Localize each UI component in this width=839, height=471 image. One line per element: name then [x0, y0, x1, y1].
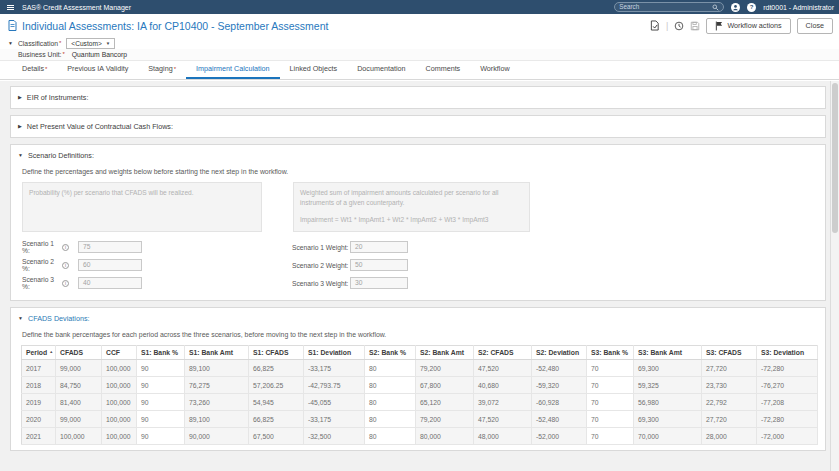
- bank-pct-cell[interactable]: 70: [587, 411, 634, 428]
- app-window: SAS® Credit Assessment Manager Search ? …: [0, 0, 839, 471]
- table-cell: 66,825: [249, 360, 304, 377]
- table-cell: 23,730: [702, 377, 757, 394]
- tab-impairment-calculation[interactable]: Impairment Calculation: [186, 61, 280, 79]
- tab-workflow[interactable]: Workflow: [470, 61, 519, 79]
- column-header-s3-bank-[interactable]: S3: Bank %: [587, 346, 634, 360]
- column-header-s1-bank-amt[interactable]: S1: Bank Amt: [185, 346, 249, 360]
- section-npv-header[interactable]: ▶ Net Present Value of Contractual Cash …: [18, 121, 817, 132]
- column-header-s2-deviation[interactable]: S2: Deviation: [532, 346, 587, 360]
- column-header-label: S2: Bank %: [369, 349, 406, 356]
- column-header-s1-bank-[interactable]: S1: Bank %: [137, 346, 185, 360]
- table-cell: 69,300: [634, 411, 702, 428]
- bank-pct-cell[interactable]: 90: [137, 411, 185, 428]
- close-button[interactable]: Close: [797, 18, 833, 34]
- table-cell: 67,800: [416, 377, 474, 394]
- bank-pct-cell[interactable]: 90: [137, 360, 185, 377]
- column-header-cfads[interactable]: CFADS: [56, 346, 102, 360]
- bank-pct-cell[interactable]: 80: [365, 428, 416, 445]
- help-icon[interactable]: ?: [747, 3, 756, 12]
- scenario-row-1: Scenario 1 %:i75Scenario 1 Weight:20: [22, 241, 817, 253]
- column-header-s3-deviation[interactable]: S3: Deviation: [757, 346, 818, 360]
- column-header-label: S3: Bank %: [591, 349, 628, 356]
- section-scenario-header[interactable]: ▼ Scenario Definitions:: [18, 150, 817, 161]
- table-cell: -72,280: [757, 411, 818, 428]
- bank-pct-cell[interactable]: 70: [587, 394, 634, 411]
- column-header-s3-bank-amt[interactable]: S3: Bank Amt: [634, 346, 702, 360]
- search-placeholder: Search: [619, 2, 712, 12]
- scenario-pct-input[interactable]: 75: [78, 241, 142, 253]
- column-header-s1-cfads[interactable]: S1: CFADS: [249, 346, 304, 360]
- app-brand: SAS® Credit Assessment Manager: [22, 4, 131, 11]
- scenario-pct-input[interactable]: 40: [78, 277, 142, 289]
- classification-dropdown[interactable]: <Custom> ▼: [66, 38, 115, 49]
- tab-comments[interactable]: Comments: [415, 61, 470, 79]
- column-header-ccf[interactable]: CCF: [102, 346, 137, 360]
- column-header-label: S2: CFADS: [478, 349, 514, 356]
- business-unit-row: Business Unit:* Quantum Bancorp: [0, 49, 839, 61]
- info-icon[interactable]: i: [62, 280, 69, 287]
- column-header-period[interactable]: Period▲: [22, 346, 56, 360]
- column-header-label: Period: [26, 349, 47, 356]
- bank-pct-cell[interactable]: 70: [587, 377, 634, 394]
- save-icon[interactable]: [690, 21, 700, 31]
- column-header-label: S1: Bank Amt: [189, 349, 233, 356]
- bank-pct-cell[interactable]: 70: [587, 360, 634, 377]
- scenario-pct-label: Scenario 2 %:: [22, 258, 62, 272]
- section-cfads-header[interactable]: ▼ CFADS Deviations:: [18, 313, 817, 324]
- content-area: ▶ EIR of Instruments: ▶ Net Present Valu…: [0, 81, 830, 471]
- column-header-s2-bank-amt[interactable]: S2: Bank Amt: [416, 346, 474, 360]
- scenario-weight-input[interactable]: 50: [350, 259, 408, 271]
- scrollbar-thumb[interactable]: [832, 83, 838, 233]
- bank-pct-cell[interactable]: 80: [365, 360, 416, 377]
- title-actions: | Workflow actions: [650, 18, 833, 34]
- bank-pct-cell[interactable]: 90: [137, 394, 185, 411]
- scenario-weight-input[interactable]: 20: [350, 241, 408, 253]
- classification-value: <Custom>: [71, 40, 101, 47]
- workflow-actions-button[interactable]: Workflow actions: [706, 18, 790, 34]
- bank-pct-cell[interactable]: 90: [137, 428, 185, 445]
- validate-document-icon[interactable]: [650, 20, 660, 31]
- user-icon[interactable]: [731, 3, 740, 12]
- bank-pct-cell[interactable]: 90: [137, 377, 185, 394]
- table-cell: 89,100: [185, 360, 249, 377]
- scenario-weight-input[interactable]: 30: [350, 277, 408, 289]
- bank-pct-cell[interactable]: 80: [365, 411, 416, 428]
- bank-pct-cell[interactable]: 80: [365, 394, 416, 411]
- table-cell: -33,175: [304, 360, 365, 377]
- title-bar: Individual Assessments: IA for CP10400 -…: [0, 14, 839, 37]
- tab-linked-objects[interactable]: Linked Objects: [280, 61, 348, 79]
- menu-icon[interactable]: [6, 4, 15, 11]
- tab-details[interactable]: Details*: [12, 61, 57, 79]
- table-cell: 56,980: [634, 394, 702, 411]
- cfads-table: Period▲CFADSCCFS1: Bank %S1: Bank AmtS1:…: [21, 345, 818, 445]
- assessment-document-icon: [8, 20, 17, 31]
- tab-label: Staging: [148, 64, 172, 73]
- bank-pct-cell[interactable]: 70: [587, 428, 634, 445]
- table-row: 201884,750100,0009076,27557,206.25-42,79…: [22, 377, 818, 394]
- column-header-s3-cfads[interactable]: S3: CFADS: [702, 346, 757, 360]
- table-cell: 59,325: [634, 377, 702, 394]
- scenario-pct-input[interactable]: 60: [78, 259, 142, 271]
- tab-staging[interactable]: Staging*: [138, 61, 186, 79]
- column-header-s2-bank-[interactable]: S2: Bank %: [365, 346, 416, 360]
- table-cell: 57,206.25: [249, 377, 304, 394]
- bank-pct-cell[interactable]: 80: [365, 377, 416, 394]
- classification-row: ▼ Classification* <Custom> ▼: [0, 37, 839, 49]
- table-cell: -72,280: [757, 360, 818, 377]
- column-header-label: S1: Deviation: [308, 349, 351, 356]
- info-icon[interactable]: i: [62, 262, 69, 269]
- history-icon[interactable]: [674, 21, 684, 31]
- tab-documentation[interactable]: Documentation: [347, 61, 415, 79]
- info-icon[interactable]: i: [62, 244, 69, 251]
- section-eir-header[interactable]: ▶ EIR of Instruments:: [18, 92, 817, 103]
- column-header-s2-cfads[interactable]: S2: CFADS: [474, 346, 532, 360]
- tab-label: Workflow: [480, 64, 509, 73]
- tab-previous-ia-validity[interactable]: Previous IA Validity: [57, 61, 138, 79]
- collapse-triangle-icon[interactable]: ▼: [8, 41, 13, 46]
- search-input[interactable]: Search: [614, 2, 724, 12]
- section-title: EIR of Instruments:: [27, 93, 89, 102]
- table-cell: 79,200: [416, 360, 474, 377]
- section-cfads-deviations: ▼ CFADS Deviations: Define the bank perc…: [10, 307, 826, 451]
- vertical-scrollbar[interactable]: [830, 81, 839, 471]
- column-header-s1-deviation[interactable]: S1: Deviation: [304, 346, 365, 360]
